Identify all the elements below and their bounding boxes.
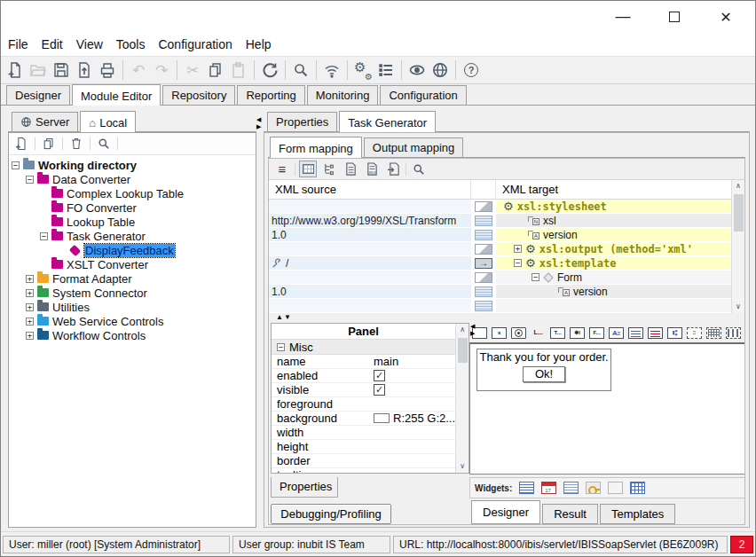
- export-doc-button[interactable]: [384, 161, 402, 177]
- target-cell[interactable]: [496, 299, 731, 313]
- scroll-thumb[interactable]: [458, 338, 468, 363]
- source-cell[interactable]: http://www.w3.org/1999/XSL/Transform: [269, 214, 471, 228]
- tree-item-system-connector[interactable]: +System Connector: [9, 286, 256, 300]
- selection-layout-icon[interactable]: ∶∶: [687, 327, 702, 339]
- tree-item-displayfeedback[interactable]: DisplayFeedback: [9, 243, 256, 257]
- redo-button[interactable]: ↷: [151, 59, 172, 82]
- menu-file[interactable]: File: [8, 37, 28, 51]
- target-cell[interactable]: −Form: [496, 271, 731, 285]
- tree-view-button[interactable]: [320, 161, 338, 177]
- collapse-left-icon[interactable]: ◀: [470, 323, 475, 329]
- menu-configuration[interactable]: Configuration: [158, 37, 232, 51]
- menu-view[interactable]: View: [76, 37, 103, 51]
- collapse-up-icon[interactable]: ▲: [276, 314, 283, 321]
- password-widget-icon[interactable]: ✱I: [570, 327, 585, 339]
- undo-button[interactable]: ↶: [128, 59, 149, 82]
- table-widget-icon[interactable]: [630, 482, 645, 494]
- refresh-button[interactable]: [259, 59, 280, 82]
- target-cell[interactable]: +⚙xsl:output (method='xml': [496, 242, 731, 256]
- tab-server[interactable]: Server: [12, 112, 78, 131]
- tab-reporting[interactable]: Reporting: [237, 85, 304, 105]
- tree-item-utilities[interactable]: +Utilities: [9, 300, 256, 314]
- expand-icon[interactable]: +: [26, 289, 34, 297]
- radio-widget-icon[interactable]: [511, 327, 526, 339]
- scroll-thumb[interactable]: [734, 194, 744, 231]
- cut-button[interactable]: ✂: [182, 59, 203, 82]
- panel-splitter[interactable]: ◀ ▶: [256, 116, 261, 129]
- mapping-equal-button[interactable]: [475, 230, 492, 240]
- scroll-up-icon[interactable]: ∧: [457, 324, 469, 336]
- minimize-button[interactable]: —: [613, 8, 633, 26]
- tab-monitoring[interactable]: Monitoring: [307, 85, 379, 105]
- textarea-widget-icon[interactable]: A≡: [609, 327, 624, 339]
- collapse-right-icon[interactable]: ▶: [470, 330, 475, 336]
- property-value[interactable]: main: [371, 355, 455, 368]
- scroll-up-icon[interactable]: ∧: [733, 180, 744, 192]
- formatted-field-widget-icon[interactable]: F...: [589, 327, 604, 339]
- tree-item-fo-converter[interactable]: FO Converter: [9, 200, 256, 215]
- collapse-icon[interactable]: −: [514, 259, 522, 267]
- mapping-link-button[interactable]: [475, 244, 492, 255]
- list-widget-icon[interactable]: [519, 482, 534, 494]
- textfield-icon[interactable]: [608, 482, 623, 494]
- checkbox-checked-icon[interactable]: ✓: [374, 370, 385, 381]
- tree-item-data-converter[interactable]: −Data Converter: [9, 172, 256, 186]
- collapse-down-icon[interactable]: ▼: [284, 314, 291, 321]
- source-cell[interactable]: /: [269, 256, 471, 271]
- mapping-scrollbar[interactable]: ∧ ∨: [731, 180, 744, 313]
- tab-form-mapping[interactable]: Form mapping: [270, 137, 362, 158]
- tab-properties-bottom[interactable]: Properties: [271, 477, 338, 498]
- label-widget-icon[interactable]: L...: [531, 327, 546, 339]
- xml-target-header[interactable]: XML target: [496, 180, 731, 199]
- tree-widget-icon[interactable]: ⑆: [667, 327, 682, 339]
- form-preview[interactable]: Thank you for your order. Ok!: [476, 349, 611, 391]
- menu-help[interactable]: Help: [246, 37, 272, 51]
- table-view-button[interactable]: [299, 161, 317, 177]
- tab-designer-view[interactable]: Designer: [471, 500, 540, 524]
- source-cell[interactable]: [269, 242, 471, 256]
- print-button[interactable]: [97, 59, 118, 82]
- collapse-icon[interactable]: −: [12, 161, 20, 169]
- tab-templates-view[interactable]: Templates: [600, 504, 675, 524]
- browser-button[interactable]: [429, 59, 451, 82]
- tab-task-generator[interactable]: Task Generator: [339, 111, 436, 132]
- scroll-down-icon[interactable]: ∨: [457, 460, 469, 473]
- password-key-icon[interactable]: [586, 482, 601, 494]
- settings-button[interactable]: ⚙⚙: [352, 59, 374, 82]
- list-button[interactable]: [375, 59, 397, 82]
- notification-badge[interactable]: 2: [730, 536, 753, 553]
- checkbox-checked-icon[interactable]: ✓: [374, 384, 385, 396]
- tab-output-mapping[interactable]: Output mapping: [364, 137, 464, 157]
- form-designer-canvas[interactable]: Thank you for your order. Ok!: [469, 342, 744, 475]
- tree-item-format-adapter[interactable]: +Format Adapter: [9, 271, 256, 286]
- column-layout-icon[interactable]: [726, 327, 741, 339]
- scroll-down-icon[interactable]: ∨: [733, 301, 744, 313]
- tree-new-button[interactable]: [12, 135, 30, 153]
- collapse-icon[interactable]: −: [277, 343, 285, 351]
- save-button[interactable]: [51, 59, 72, 82]
- open-button[interactable]: [28, 59, 49, 82]
- tree-item-web-service-controls[interactable]: +Web Service Controls: [9, 314, 256, 328]
- debugging-profiling-button[interactable]: Debugging/Profiling: [271, 504, 391, 524]
- source-cell[interactable]: 1.0: [269, 285, 471, 299]
- textfield-widget-icon[interactable]: T...: [550, 327, 565, 339]
- property-value[interactable]: R:255 G:2...: [371, 412, 455, 425]
- grid-layout-icon[interactable]: [706, 327, 721, 339]
- tab-repository[interactable]: Repository: [162, 85, 235, 105]
- mapping-equal-button[interactable]: [475, 286, 492, 297]
- expand-icon[interactable]: +: [514, 245, 522, 253]
- source-cell[interactable]: [269, 271, 471, 285]
- search-button[interactable]: [290, 59, 311, 82]
- menu-tools[interactable]: Tools: [116, 37, 146, 51]
- target-cell[interactable]: ⚙xsl:stylesheet: [496, 200, 731, 214]
- expand-icon[interactable]: +: [26, 275, 34, 283]
- view-button[interactable]: [406, 59, 428, 82]
- tree-item-working-directory[interactable]: −Working directory: [9, 158, 256, 172]
- tree-item-task-generator[interactable]: −Task Generator: [9, 229, 256, 243]
- collapse-icon[interactable]: −: [26, 176, 34, 184]
- tree-item-workflow-controls[interactable]: +Workflow Controls: [9, 328, 256, 342]
- menu-button[interactable]: ≡: [273, 161, 291, 177]
- help-button[interactable]: ?: [461, 59, 482, 82]
- mapping-link-button[interactable]: [475, 201, 492, 212]
- color-swatch[interactable]: [374, 413, 390, 423]
